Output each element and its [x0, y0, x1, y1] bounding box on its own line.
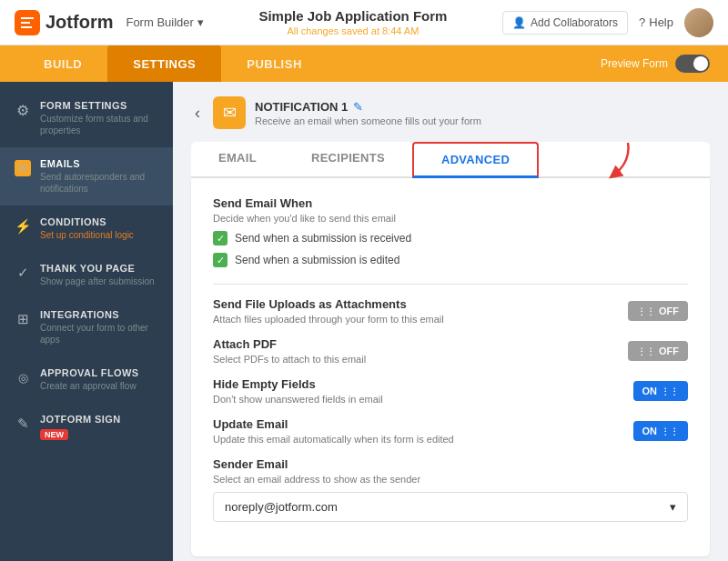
hide-empty-title: Hide Empty Fields [213, 377, 633, 391]
sidebar-integrations-title: INTEGRATIONS [40, 309, 158, 320]
form-title: Simple Job Application Form [204, 8, 502, 24]
checkbox-received-row: Send when a submission is received [213, 231, 688, 245]
sidebar-approval-content: APPROVAL FLOWS Create an approval flow [40, 367, 158, 392]
logo-area: Jotform Form Builder ▾ [15, 10, 204, 35]
puzzle-icon: ⊞ [15, 311, 31, 327]
update-email-title: Update Email [213, 417, 633, 431]
person-icon: 👤 [512, 16, 526, 29]
tab-build[interactable]: BUILD [18, 45, 107, 82]
sidebar-thankyou-title: THANK YOU PAGE [40, 263, 158, 274]
checkbox-edited-row: Send when a submission is edited [213, 253, 688, 267]
sidebar-sign-title: JOTFORM SIGN [40, 414, 158, 425]
sidebar-conditions-content: CONDITIONS Set up conditional logic [40, 216, 158, 241]
sidebar-form-settings-title: FORM SETTINGS [40, 100, 158, 111]
toggle-grid-icon-4: ⋮⋮ [661, 426, 679, 436]
checkbox-received-label: Send when a submission is received [235, 232, 411, 245]
attach-pdf-left: Attach PDF Select PDFs to attach to this… [213, 337, 628, 365]
sidebar-item-integrations[interactable]: ⊞ INTEGRATIONS Connect your form to othe… [0, 298, 173, 356]
notification-subtitle: Receive an email when someone fills out … [255, 115, 481, 126]
sidebar-emails-subtitle: Send autoresponders and notifications [40, 171, 158, 195]
toggle-grid-icon-2: ⋮⋮ [637, 346, 655, 356]
checkbox-edited-label: Send when a submission is edited [235, 254, 399, 266]
attach-pdf-desc: Select PDFs to attach to this email [213, 354, 628, 365]
send-email-when-title: Send Email When [213, 196, 688, 210]
checkbox-edited[interactable] [213, 253, 228, 267]
update-email-toggle[interactable]: ON ⋮⋮ [633, 421, 689, 441]
top-bar: Jotform Form Builder ▾ Simple Job Applic… [0, 0, 728, 45]
logo-text: Jotform [46, 12, 113, 33]
tab-bar: BUILD SETTINGS PUBLISH Preview Form [0, 45, 728, 82]
update-email-left: Update Email Update this email automatic… [213, 417, 633, 445]
settings-panel: Send Email When Decide when you'd like t… [191, 178, 710, 556]
sidebar-thankyou-subtitle: Show page after submission [40, 275, 158, 287]
preview-label: Preview Form [601, 57, 668, 70]
sidebar-integrations-content: INTEGRATIONS Connect your form to other … [40, 309, 158, 346]
notification-info: NOTIFICATION 1 ✎ Receive an email when s… [255, 100, 481, 126]
sidebar-item-approval-flows[interactable]: ◎ APPROVAL FLOWS Create an approval flow [0, 356, 173, 403]
sidebar-sign-content: JOTFORM SIGN NEW [40, 414, 158, 441]
toggle-knob [693, 56, 708, 71]
tab-email[interactable]: EMAIL [191, 142, 284, 178]
sender-email-value: noreply@jotform.com [225, 500, 338, 514]
approval-icon: ◎ [15, 369, 31, 386]
form-builder-button[interactable]: Form Builder ▾ [126, 15, 203, 29]
update-email-section: Update Email Update this email automatic… [213, 417, 688, 445]
chevron-down-icon: ▾ [197, 15, 204, 29]
sender-email-title: Sender Email [213, 457, 688, 471]
help-button[interactable]: ? Help [639, 15, 673, 29]
file-uploads-left: Send File Uploads as Attachments Attach … [213, 297, 628, 325]
tab-advanced[interactable]: ADVANCED [412, 142, 539, 178]
envelope-icon: ✉ [15, 160, 31, 176]
sidebar-approval-title: APPROVAL FLOWS [40, 367, 158, 378]
attach-pdf-toggle[interactable]: ⋮⋮ OFF [628, 341, 688, 361]
content-area: ‹ ✉ NOTIFICATION 1 ✎ Receive an email wh… [173, 82, 728, 561]
file-uploads-desc: Attach files uploaded through your form … [213, 314, 628, 325]
update-email-desc: Update this email automatically when its… [213, 434, 633, 445]
sender-email-section: Sender Email Select an email address to … [213, 457, 688, 522]
question-icon: ? [639, 15, 645, 29]
sidebar-emails-title: EMAILS [40, 158, 158, 169]
tab-publish[interactable]: PUBLISH [221, 45, 328, 82]
add-collaborators-button[interactable]: 👤 Add Collaborators [502, 11, 628, 35]
tab-recipients[interactable]: RECIPIENTS [284, 142, 412, 178]
hide-empty-left: Hide Empty Fields Don't show unanswered … [213, 377, 633, 405]
sidebar-item-conditions[interactable]: ⚡ CONDITIONS Set up conditional logic [0, 205, 173, 252]
toggle-grid-icon: ⋮⋮ [637, 306, 655, 316]
send-email-when-section: Send Email When Decide when you'd like t… [213, 196, 688, 267]
notification-envelope-icon: ✉ [223, 103, 237, 123]
hide-empty-section: Hide Empty Fields Don't show unanswered … [213, 377, 688, 405]
back-button[interactable]: ‹ [191, 104, 204, 123]
sidebar-emails-content: EMAILS Send autoresponders and notificat… [40, 158, 158, 195]
form-saved-status: All changes saved at 8:44 AM [204, 25, 502, 36]
attach-pdf-section: Attach PDF Select PDFs to attach to this… [213, 337, 688, 365]
bolt-icon: ⚡ [15, 218, 31, 235]
notification-icon-box: ✉ [213, 96, 246, 129]
form-title-area: Simple Job Application Form All changes … [204, 8, 502, 36]
sidebar: ⚙ FORM SETTINGS Customize form status an… [0, 82, 173, 561]
preview-toggle[interactable] [675, 55, 710, 73]
settings-panel-inner: Send Email When Decide when you'd like t… [191, 178, 710, 556]
notification-header: ‹ ✉ NOTIFICATION 1 ✎ Receive an email wh… [191, 96, 710, 129]
avatar-image [684, 8, 713, 37]
inner-tabs: EMAIL RECIPIENTS ADVANCED [191, 142, 710, 178]
sidebar-item-jotform-sign[interactable]: ✎ JOTFORM SIGN NEW [0, 403, 173, 452]
file-uploads-toggle[interactable]: ⋮⋮ OFF [628, 301, 688, 321]
file-uploads-title: Send File Uploads as Attachments [213, 297, 628, 311]
tab-settings[interactable]: SETTINGS [107, 45, 221, 82]
sidebar-integrations-subtitle: Connect your form to other apps [40, 322, 158, 346]
sidebar-approval-subtitle: Create an approval flow [40, 380, 158, 392]
sidebar-item-thankyou[interactable]: ✓ THANK YOU PAGE Show page after submiss… [0, 252, 173, 298]
send-email-when-desc: Decide when you'd like to send this emai… [213, 213, 688, 224]
hide-empty-desc: Don't show unanswered fields in email [213, 394, 633, 405]
checkbox-received[interactable] [213, 231, 228, 245]
edit-icon[interactable]: ✎ [353, 100, 363, 114]
sender-email-dropdown[interactable]: noreply@jotform.com ▾ [213, 492, 688, 522]
gear-icon: ⚙ [15, 102, 31, 118]
sender-email-desc: Select an email address to show as the s… [213, 474, 688, 485]
main-layout: ⚙ FORM SETTINGS Customize form status an… [0, 82, 728, 561]
hide-empty-toggle[interactable]: ON ⋮⋮ [633, 381, 689, 401]
avatar[interactable] [684, 8, 713, 37]
tabs-and-panel: EMAIL RECIPIENTS ADVANCED [191, 142, 710, 556]
sidebar-item-form-settings[interactable]: ⚙ FORM SETTINGS Customize form status an… [0, 89, 173, 147]
sidebar-item-emails[interactable]: ✉ EMAILS Send autoresponders and notific… [0, 147, 173, 205]
